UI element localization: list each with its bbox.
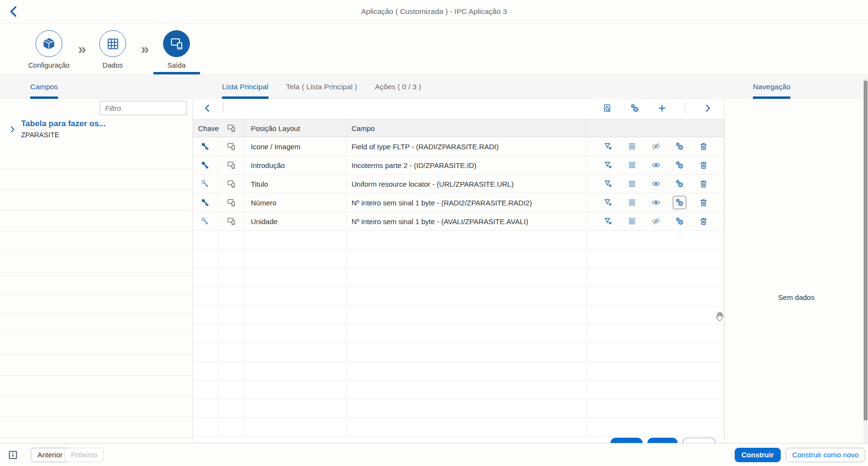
clear-filter-button[interactable] [601, 215, 615, 228]
cutoff-button-2[interactable] [647, 438, 678, 443]
delete-button[interactable] [697, 177, 710, 191]
tab-tela[interactable]: Tela ( Lista Principal ) [286, 75, 357, 99]
table-empty-row [193, 324, 724, 343]
key-toggle-button[interactable] [201, 179, 210, 188]
toolbar-back-button[interactable] [203, 104, 211, 112]
table-empty-row [193, 381, 724, 399]
page-title: Aplicação ( Customizada ) - IPC Aplicaçã… [0, 0, 868, 23]
visibility-button[interactable] [649, 215, 663, 228]
visibility-button[interactable] [649, 177, 663, 191]
cutoff-button-3[interactable] [682, 438, 716, 443]
info-button[interactable] [9, 451, 17, 459]
row-gear-button[interactable] [673, 140, 686, 153]
tree-item-title[interactable]: Tabela para fazer os... [21, 119, 106, 129]
clear-filter-button[interactable] [601, 158, 615, 172]
table-row[interactable]: Número Nº inteiro sem sinal 1 byte - (RA… [193, 193, 724, 212]
center-tabs: Lista Principal Tela ( Lista Principal )… [222, 75, 421, 99]
clear-filter-icon [604, 198, 612, 207]
tab-campos[interactable]: Campos [30, 75, 58, 99]
fields-panel-empty-rows [0, 149, 192, 443]
tab-lista-principal[interactable]: Lista Principal [222, 75, 269, 99]
rows-button[interactable] [625, 215, 639, 228]
tab-bar: Campos Lista Principal Tela ( Lista Prin… [0, 74, 868, 99]
clear-filter-icon [604, 161, 612, 169]
table-empty-row [193, 418, 724, 437]
table-empty-rows [193, 231, 724, 437]
devices-icon [227, 161, 235, 169]
settings-icon [675, 142, 684, 151]
tab-acoes[interactable]: Ações ( 0 / 3 ) [375, 75, 421, 99]
eye-icon [652, 179, 660, 188]
construir-button[interactable]: Construir [735, 448, 781, 462]
filter-input[interactable] [100, 104, 203, 112]
delete-button[interactable] [697, 140, 710, 153]
table-row[interactable]: Titulo Uniform resource locator - (URL/Z… [193, 175, 724, 193]
step-label: Saída [167, 61, 186, 69]
expand-chevron-icon[interactable] [9, 126, 16, 133]
table-empty-row [193, 250, 724, 268]
table-row[interactable]: Icone / Imagem Field of type FLTP - (RAD… [193, 137, 724, 156]
tree-item-subtitle: ZPARASITE [21, 131, 59, 139]
row-gear-button[interactable] [673, 215, 686, 228]
eye-icon [652, 161, 660, 169]
table-empty-row [193, 231, 724, 250]
key-toggle-button[interactable] [201, 142, 210, 151]
key-toggle-button[interactable] [201, 161, 210, 169]
visibility-button[interactable] [649, 140, 663, 153]
rows-button[interactable] [625, 158, 639, 172]
table-search-button[interactable] [603, 104, 612, 113]
table-settings-button[interactable] [630, 104, 639, 113]
row-gear-button[interactable] [673, 158, 686, 172]
clear-filter-icon [604, 179, 612, 188]
scrollbar-thumb[interactable] [864, 81, 868, 420]
toolbar-next-button[interactable] [704, 104, 712, 112]
delete-button[interactable] [697, 215, 710, 228]
visibility-button[interactable] [649, 196, 663, 209]
campo-cell: Field of type FLTP - (RADI/ZPARASITE.RAD… [347, 137, 587, 155]
devices-icon [227, 179, 235, 188]
rows-icon [628, 161, 636, 169]
table-empty-row [193, 287, 724, 306]
devices-icon [227, 142, 235, 151]
tab-navegacao[interactable]: Navegação [753, 75, 790, 99]
anterior-button[interactable]: Anterior [31, 448, 70, 462]
proximo-button[interactable]: Próximo [64, 448, 104, 462]
campo-cell: Nº inteiro sem sinal 1 byte - (RADI2/ZPA… [347, 193, 587, 212]
content-area: Tabela para fazer os... ZPARASITE Chave [0, 99, 868, 443]
row-gear-button[interactable] [673, 177, 686, 191]
column-header-campo: Campo [347, 119, 587, 137]
rows-button[interactable] [625, 196, 639, 209]
clear-filter-button[interactable] [601, 177, 615, 191]
row-gear-button[interactable] [673, 196, 686, 209]
clear-filter-button[interactable] [601, 196, 615, 209]
delete-button[interactable] [697, 158, 710, 172]
devices-icon [227, 124, 235, 132]
step-dados-button[interactable] [99, 30, 126, 57]
key-icon [201, 198, 210, 207]
key-toggle-button[interactable] [201, 217, 210, 226]
cutoff-button-1[interactable] [610, 438, 643, 443]
step-saida-button[interactable] [163, 30, 190, 57]
rows-button[interactable] [625, 177, 639, 191]
posicao-layout-cell: Introdução [245, 156, 347, 174]
add-icon [657, 104, 667, 113]
tree-item-zparasite[interactable]: Tabela para fazer os... ZPARASITE [0, 118, 192, 145]
key-toggle-button[interactable] [201, 198, 210, 207]
posicao-layout-cell: Titulo [245, 175, 347, 193]
delete-button[interactable] [697, 196, 710, 209]
rows-button[interactable] [625, 140, 639, 153]
table-row[interactable]: Unidade Nº inteiro sem sinal 1 byte - (A… [193, 212, 724, 231]
visibility-button[interactable] [649, 158, 663, 172]
table-toolbar [193, 100, 724, 116]
table-row[interactable]: Introdução Incoterms parte 2 - (ID/ZPARA… [193, 156, 724, 175]
column-header-posicao: Posição Layout [245, 119, 347, 137]
step-dados: Dados [83, 30, 142, 69]
navegacao-panel: Sem dados [724, 99, 868, 443]
settings-icon [675, 198, 684, 207]
add-field-button[interactable] [657, 104, 667, 113]
chevron-right-icon [704, 104, 712, 112]
clear-filter-button[interactable] [601, 140, 615, 153]
step-configuracao-button[interactable] [35, 30, 62, 57]
table-search-icon [603, 104, 612, 113]
construir-como-novo-button[interactable]: Construir como novo [786, 448, 865, 462]
